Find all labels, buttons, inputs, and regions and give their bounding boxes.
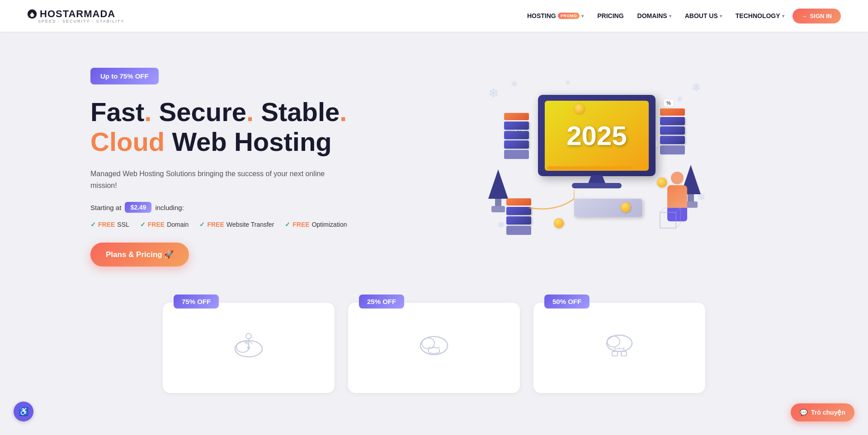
person-head bbox=[671, 172, 684, 184]
person-legs bbox=[667, 208, 687, 221]
hero-title: Fast. Secure. Stable. Cloud Web Hosting bbox=[90, 97, 353, 157]
svg-point-1 bbox=[31, 12, 33, 14]
server-unit-1b bbox=[504, 131, 529, 139]
including-label: including: bbox=[155, 204, 184, 211]
server-stack-left-bottom bbox=[506, 198, 531, 235]
dot1: . bbox=[144, 97, 151, 126]
svg-point-12 bbox=[247, 346, 250, 349]
snowflake-4: ❄ bbox=[677, 95, 683, 103]
person-illustration bbox=[667, 172, 687, 221]
server-unit-2b bbox=[660, 126, 685, 135]
free-transfer-text: Website Transfer bbox=[226, 221, 274, 228]
pricing-line: Starting at $2.49 including: bbox=[90, 202, 353, 213]
hero-subtitle: Managed Web Hosting Solutions bringing t… bbox=[90, 168, 353, 191]
coin-1 bbox=[574, 104, 584, 114]
free-optimization: ✓ FREE Optimization bbox=[285, 221, 347, 228]
card-badge-3: 50% OFF bbox=[544, 295, 590, 309]
nav-pricing[interactable]: PRICING bbox=[592, 9, 629, 22]
tree-trunk-right bbox=[688, 194, 694, 201]
free-ssl: ✓ FREE SSL bbox=[90, 221, 129, 228]
card-badge-1: 75% OFF bbox=[174, 295, 219, 309]
tree-trunk-left bbox=[495, 199, 501, 206]
nav-technology[interactable]: TECHNOLOGY ▾ bbox=[730, 9, 790, 22]
svg-rect-17 bbox=[612, 351, 618, 356]
server-unit-2c bbox=[660, 136, 685, 144]
card-icon-3 bbox=[599, 325, 640, 366]
server-unit-3b bbox=[506, 216, 531, 225]
free-domain-word: FREE bbox=[148, 221, 165, 228]
server-base-3 bbox=[506, 226, 531, 235]
plans-pricing-button[interactable]: Plans & Pricing 🚀 bbox=[90, 243, 189, 267]
sign-in-button[interactable]: → SIGN IN bbox=[793, 9, 841, 23]
hero-section: Up to 75% OFF Fast. Secure. Stable. Clou… bbox=[0, 32, 868, 294]
snowflake-1: ❄ bbox=[488, 86, 499, 101]
free-ssl-word: FREE bbox=[98, 221, 115, 228]
check-transfer-icon: ✓ bbox=[199, 221, 205, 228]
monitor-year-text: 2025 bbox=[566, 120, 627, 151]
chat-icon: 💬 bbox=[800, 409, 807, 416]
sign-in-icon: → bbox=[802, 13, 807, 19]
technology-chevron-icon: ▾ bbox=[782, 14, 784, 19]
hero-title-stable: Stable bbox=[261, 97, 340, 126]
coin-2 bbox=[657, 178, 667, 187]
check-domain-icon: ✓ bbox=[140, 221, 146, 228]
cloud-signal-icon bbox=[231, 330, 267, 361]
svg-line-3 bbox=[660, 208, 665, 212]
promo-badge: PROMO bbox=[558, 13, 580, 19]
free-features: ✓ FREE SSL ✓ FREE Domain ✓ FREE Website … bbox=[90, 221, 353, 228]
chat-label: Trò chuyện bbox=[811, 409, 845, 416]
server-unit-1a bbox=[504, 122, 529, 130]
server-stack-right-top bbox=[660, 108, 685, 154]
cards-section: 75% OFF 25% OFF 50% OF bbox=[0, 294, 868, 411]
price-chip: $2.49 bbox=[125, 202, 151, 213]
server-unit-3a bbox=[506, 207, 531, 215]
brand-tagline: SPEED · SECURITY · STABILITY bbox=[38, 19, 124, 23]
logo-text: HOSTARMADA bbox=[27, 8, 115, 20]
snowflake-2: ❄ bbox=[511, 79, 518, 89]
about-chevron-icon: ▾ bbox=[720, 14, 722, 19]
logo[interactable]: HOSTARMADA SPEED · SECURITY · STABILITY bbox=[27, 8, 124, 23]
cloud-nodes-icon bbox=[601, 330, 637, 361]
person-body bbox=[667, 185, 687, 208]
svg-point-9 bbox=[236, 341, 249, 352]
dot2: . bbox=[246, 97, 254, 126]
plans-pricing-label: Plans & Pricing 🚀 bbox=[106, 250, 174, 259]
hero-illustration: ❄ ❄ ❄ ❄ ❄ ❄ ❄ % % % bbox=[484, 77, 710, 257]
check-ssl-icon: ✓ bbox=[90, 221, 96, 228]
navbar: HOSTARMADA SPEED · SECURITY · STABILITY … bbox=[0, 0, 868, 32]
accessibility-icon: ♿ bbox=[19, 407, 28, 416]
hero-content: Up to 75% OFF Fast. Secure. Stable. Clou… bbox=[90, 68, 353, 267]
server-top-3 bbox=[506, 198, 531, 206]
free-transfer: ✓ FREE Website Transfer bbox=[199, 221, 274, 228]
nav-hosting[interactable]: HOSTING PROMO ▾ bbox=[522, 9, 589, 22]
card-icon-1 bbox=[228, 325, 269, 366]
card-icon-2 bbox=[414, 325, 454, 366]
monitor-body: 2025 bbox=[538, 95, 656, 176]
server-base-2 bbox=[660, 145, 685, 154]
nav-about[interactable]: ABOUT US ▾ bbox=[679, 9, 727, 22]
server-top-1 bbox=[504, 113, 529, 120]
tree-base-left bbox=[491, 206, 505, 212]
chat-button[interactable]: 💬 Trò chuyện bbox=[791, 403, 854, 421]
snowflake-3: ❄ bbox=[692, 81, 701, 94]
dot3: . bbox=[340, 97, 347, 126]
hero-title-webhosting: Web Hosting bbox=[172, 127, 331, 156]
check-optim-icon: ✓ bbox=[285, 221, 290, 228]
monitor-progress-bar bbox=[547, 166, 633, 170]
monitor-screen: 2025 bbox=[545, 101, 649, 171]
coin-3 bbox=[621, 202, 631, 212]
hero-illustration-area: ❄ ❄ ❄ ❄ ❄ ❄ ❄ % % % bbox=[353, 77, 841, 257]
free-domain-text: Domain bbox=[167, 221, 189, 228]
svg-point-14 bbox=[422, 338, 434, 349]
free-transfer-word: FREE bbox=[207, 221, 224, 228]
tree-top-left bbox=[488, 169, 508, 199]
monitor-base bbox=[572, 183, 622, 188]
coin-4 bbox=[554, 218, 564, 228]
hero-title-secure: Secure bbox=[159, 97, 246, 126]
free-optim-text: Optimization bbox=[312, 221, 347, 228]
hero-title-cloud: Cloud bbox=[90, 127, 172, 156]
nav-domains[interactable]: DOMAINS ▾ bbox=[632, 9, 677, 22]
accessibility-button[interactable]: ♿ bbox=[14, 402, 33, 421]
svg-rect-18 bbox=[621, 351, 627, 356]
promo-card-3: 50% OFF bbox=[533, 303, 705, 393]
